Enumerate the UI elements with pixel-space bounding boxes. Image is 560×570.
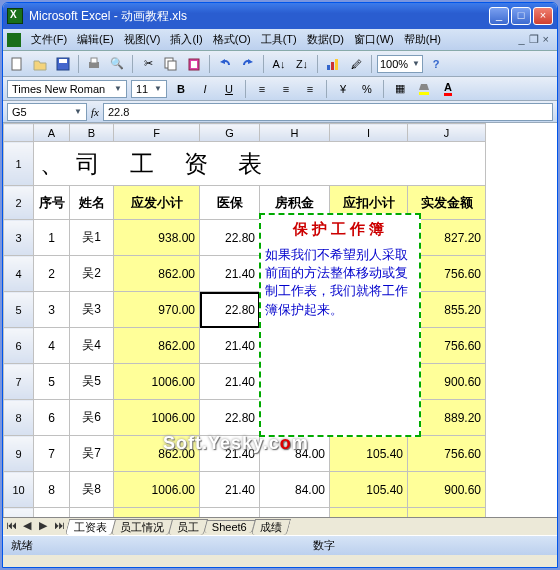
row-header[interactable]: 8 <box>4 400 34 436</box>
cell[interactable]: 1006.00 <box>114 400 200 436</box>
mdi-minimize-button[interactable]: _ <box>518 33 524 46</box>
align-left-button[interactable]: ≡ <box>252 79 272 99</box>
sheet-tab[interactable]: 成绩 <box>251 519 291 535</box>
tab-nav-next[interactable]: ▶ <box>35 519 51 535</box>
cell[interactable]: 吴8 <box>70 472 114 508</box>
col-header[interactable]: H <box>260 124 330 142</box>
paste-button[interactable] <box>184 54 204 74</box>
cell[interactable]: 900.60 <box>408 472 486 508</box>
cell[interactable]: 7 <box>34 436 70 472</box>
minimize-button[interactable]: _ <box>489 7 509 25</box>
cell[interactable]: 吴5 <box>70 364 114 400</box>
chart-button[interactable] <box>323 54 343 74</box>
menu-file[interactable]: 文件(F) <box>27 31 71 48</box>
help-button[interactable]: ? <box>426 54 446 74</box>
cell[interactable]: 21.40 <box>200 328 260 364</box>
cell[interactable]: 吴2 <box>70 256 114 292</box>
sheet-tab[interactable]: Sheet6 <box>203 520 255 533</box>
cell[interactable]: 105.40 <box>330 436 408 472</box>
cell[interactable]: 吴9 <box>70 508 114 518</box>
row-header[interactable]: 2 <box>4 186 34 220</box>
menu-insert[interactable]: 插入(I) <box>166 31 206 48</box>
col-header[interactable]: F <box>114 124 200 142</box>
print-button[interactable] <box>84 54 104 74</box>
cell[interactable]: 8 <box>34 472 70 508</box>
mdi-close-button[interactable]: × <box>543 33 549 46</box>
maximize-button[interactable]: □ <box>511 7 531 25</box>
cell[interactable]: 6 <box>34 400 70 436</box>
workbook-icon[interactable] <box>7 33 21 47</box>
cell[interactable]: 吴1 <box>70 220 114 256</box>
italic-button[interactable]: I <box>195 79 215 99</box>
zoom-combo[interactable]: 100%▼ <box>377 55 423 73</box>
cell[interactable]: 21.40 <box>200 364 260 400</box>
menu-data[interactable]: 数据(D) <box>303 31 348 48</box>
cell[interactable]: 吴6 <box>70 400 114 436</box>
cell[interactable]: 105.40 <box>330 472 408 508</box>
cell[interactable]: 94.00 <box>260 508 330 518</box>
sheet-title[interactable]: 、司 工 资 表 <box>34 142 486 186</box>
cell[interactable]: 23.80 <box>200 508 260 518</box>
cell[interactable]: 888.20 <box>408 508 486 518</box>
menu-edit[interactable]: 编辑(E) <box>73 31 118 48</box>
fx-icon[interactable]: fx <box>91 106 99 118</box>
menu-help[interactable]: 帮助(H) <box>400 31 445 48</box>
menu-format[interactable]: 格式(O) <box>209 31 255 48</box>
cell[interactable]: 3 <box>34 292 70 328</box>
tab-nav-first[interactable]: ⏮ <box>3 519 19 535</box>
cell[interactable]: 21.40 <box>200 256 260 292</box>
cell[interactable]: 756.60 <box>408 436 486 472</box>
undo-button[interactable] <box>215 54 235 74</box>
new-button[interactable] <box>7 54 27 74</box>
copy-button[interactable] <box>161 54 181 74</box>
cut-button[interactable]: ✂ <box>138 54 158 74</box>
borders-button[interactable]: ▦ <box>390 79 410 99</box>
col-header[interactable]: G <box>200 124 260 142</box>
cell[interactable]: 4 <box>34 328 70 364</box>
cell[interactable]: 22.80 <box>200 220 260 256</box>
col-header[interactable]: J <box>408 124 486 142</box>
col-header[interactable]: I <box>330 124 408 142</box>
select-all-button[interactable] <box>4 124 34 142</box>
fill-color-button[interactable] <box>414 79 434 99</box>
print-preview-button[interactable]: 🔍 <box>107 54 127 74</box>
menu-tools[interactable]: 工具(T) <box>257 31 301 48</box>
cell[interactable]: 1006.00 <box>114 364 200 400</box>
cell[interactable]: 5 <box>34 364 70 400</box>
row-header[interactable]: 4 <box>4 256 34 292</box>
underline-button[interactable]: U <box>219 79 239 99</box>
cell[interactable]: 9 <box>34 508 70 518</box>
save-button[interactable] <box>53 54 73 74</box>
cell[interactable]: 21.40 <box>200 472 260 508</box>
cell[interactable]: 862.00 <box>114 256 200 292</box>
align-center-button[interactable]: ≡ <box>276 79 296 99</box>
header-cell[interactable]: 医保 <box>200 186 260 220</box>
header-cell[interactable]: 序号 <box>34 186 70 220</box>
cell[interactable]: 吴3 <box>70 292 114 328</box>
sheet-tab[interactable]: 工资表 <box>65 519 116 535</box>
sheet-tab[interactable]: 员工 <box>168 519 208 535</box>
close-button[interactable]: × <box>533 7 553 25</box>
titlebar[interactable]: Microsoft Excel - 动画教程.xls _ □ × <box>3 3 557 29</box>
cell[interactable]: 22.80 <box>200 400 260 436</box>
cell[interactable]: 2 <box>34 256 70 292</box>
open-button[interactable] <box>30 54 50 74</box>
cell[interactable]: 吴4 <box>70 328 114 364</box>
tab-nav-prev[interactable]: ◀ <box>19 519 35 535</box>
font-combo[interactable]: Times New Roman▼ <box>7 80 127 98</box>
row-header[interactable]: 1 <box>4 142 34 186</box>
menu-view[interactable]: 视图(V) <box>120 31 165 48</box>
name-box[interactable]: G5▼ <box>7 103 87 121</box>
row-header[interactable]: 11 <box>4 508 34 518</box>
cell[interactable]: 862.00 <box>114 328 200 364</box>
row-header[interactable]: 6 <box>4 328 34 364</box>
col-header[interactable]: B <box>70 124 114 142</box>
cell[interactable]: 970.00 <box>114 292 200 328</box>
cell[interactable]: 1 <box>34 220 70 256</box>
redo-button[interactable] <box>238 54 258 74</box>
bold-button[interactable]: B <box>171 79 191 99</box>
font-color-button[interactable]: A <box>438 79 458 99</box>
row-header[interactable]: 9 <box>4 436 34 472</box>
row-header[interactable]: 7 <box>4 364 34 400</box>
cell[interactable]: 938.00 <box>114 220 200 256</box>
